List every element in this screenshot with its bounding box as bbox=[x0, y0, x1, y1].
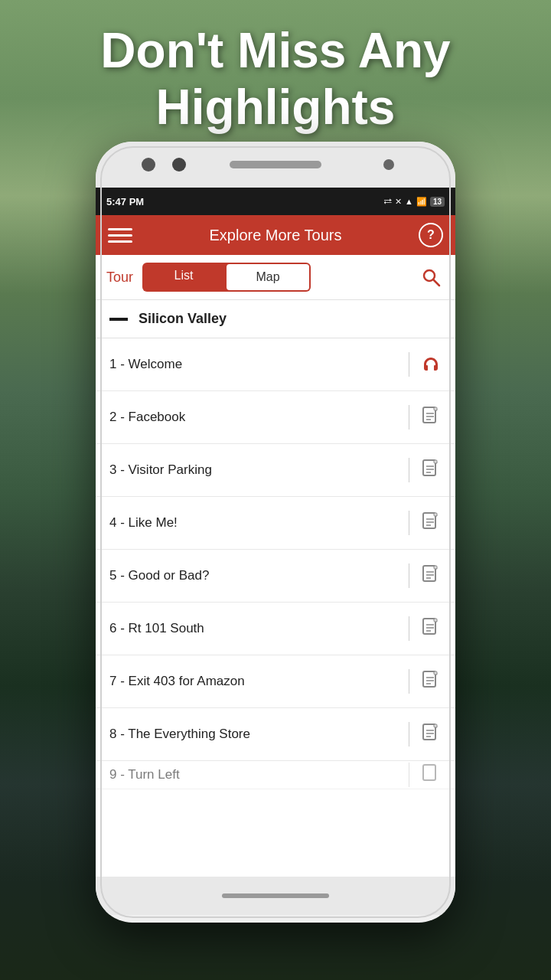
item-divider bbox=[409, 564, 409, 588]
list-item[interactable]: 5 - Good or Bad? bbox=[96, 550, 455, 603]
phone-speaker bbox=[230, 161, 321, 168]
battery-x-icon: ✕ bbox=[395, 197, 402, 207]
svg-rect-33 bbox=[434, 724, 437, 727]
svg-rect-13 bbox=[434, 513, 437, 516]
list-item[interactable]: 3 - Visitor Parking bbox=[96, 444, 455, 497]
front-camera-right bbox=[172, 158, 186, 172]
document-icon bbox=[420, 618, 442, 639]
tour-stop-label: 3 - Visitor Parking bbox=[109, 462, 398, 478]
section-title: Silicon Valley bbox=[139, 311, 227, 327]
document-icon bbox=[420, 671, 442, 692]
item-divider bbox=[409, 511, 409, 535]
list-item[interactable]: 6 - Rt 101 South bbox=[96, 603, 455, 655]
home-bar[interactable] bbox=[222, 893, 329, 898]
list-item[interactable]: 4 - Like Me! bbox=[96, 497, 455, 550]
menu-button[interactable] bbox=[108, 223, 132, 247]
map-tab[interactable]: Map bbox=[227, 264, 309, 290]
item-divider bbox=[409, 405, 409, 430]
phone-top-hardware bbox=[96, 142, 455, 188]
app-header: Explore More Tours ? bbox=[96, 215, 455, 255]
status-icons: ⮂ ✕ ▲ 📶 13 bbox=[383, 197, 445, 207]
tour-list: Silicon Valley 1 - Welcome 2 - Facebook bbox=[96, 300, 455, 877]
item-divider bbox=[409, 616, 409, 641]
list-map-toggle: List Map bbox=[142, 263, 311, 292]
svg-rect-28 bbox=[434, 671, 437, 675]
battery-icon: 13 bbox=[430, 197, 445, 207]
phone-bottom-hardware bbox=[96, 877, 455, 915]
item-divider bbox=[409, 722, 409, 746]
search-button[interactable] bbox=[417, 263, 445, 291]
document-icon bbox=[420, 565, 442, 586]
tour-stop-label: 2 - Facebook bbox=[109, 410, 398, 425]
svg-rect-8 bbox=[434, 460, 437, 463]
header-title: Explore More Tours bbox=[209, 227, 341, 244]
document-icon bbox=[420, 724, 442, 745]
svg-rect-37 bbox=[423, 765, 435, 780]
item-divider bbox=[409, 763, 409, 787]
tour-stop-label: 8 - The Everything Store bbox=[109, 727, 398, 742]
list-item[interactable]: 9 - Turn Left bbox=[96, 761, 455, 789]
section-dash-icon bbox=[109, 318, 128, 321]
item-divider bbox=[409, 352, 409, 377]
wifi-icon: 📶 bbox=[416, 197, 427, 207]
help-button[interactable]: ? bbox=[419, 223, 443, 247]
list-item[interactable]: 8 - The Everything Store bbox=[96, 708, 455, 761]
tour-stop-label: 5 - Good or Bad? bbox=[109, 568, 398, 583]
tab-bar: Tour List Map bbox=[96, 255, 455, 300]
search-icon bbox=[421, 267, 441, 287]
headphone-icon bbox=[420, 354, 442, 375]
svg-rect-3 bbox=[434, 407, 437, 410]
front-camera-left bbox=[142, 158, 155, 172]
list-item[interactable]: 7 - Exit 403 for Amazon bbox=[96, 655, 455, 708]
section-header: Silicon Valley bbox=[96, 300, 455, 338]
list-item[interactable]: 2 - Facebook bbox=[96, 391, 455, 444]
list-tab[interactable]: List bbox=[142, 263, 225, 292]
status-bar: 5:47 PM ⮂ ✕ ▲ 📶 13 bbox=[96, 188, 455, 215]
document-icon bbox=[420, 512, 442, 534]
list-item[interactable]: 1 - Welcome bbox=[96, 338, 455, 391]
phone-screen: 5:47 PM ⮂ ✕ ▲ 📶 13 Explore More Tours ? bbox=[96, 188, 455, 877]
document-icon bbox=[420, 459, 442, 481]
hero-section: Don't Miss Any Highlights bbox=[0, 23, 551, 136]
bluetooth-icon: ⮂ bbox=[383, 197, 392, 206]
tour-stop-label: 6 - Rt 101 South bbox=[109, 621, 398, 636]
hero-title: Don't Miss Any Highlights bbox=[0, 23, 551, 136]
tour-stop-label: 9 - Turn Left bbox=[109, 767, 398, 782]
svg-line-1 bbox=[434, 280, 440, 286]
tour-label[interactable]: Tour bbox=[106, 270, 133, 286]
svg-rect-18 bbox=[434, 566, 437, 569]
document-icon bbox=[420, 764, 442, 786]
status-time: 5:47 PM bbox=[106, 196, 144, 207]
phone-sensor bbox=[383, 159, 394, 170]
signal-icon: ▲ bbox=[405, 197, 413, 206]
item-divider bbox=[409, 458, 409, 482]
phone-mockup: 5:47 PM ⮂ ✕ ▲ 📶 13 Explore More Tours ? bbox=[96, 142, 455, 923]
tour-stop-label: 4 - Like Me! bbox=[109, 515, 398, 531]
item-divider bbox=[409, 669, 409, 694]
svg-rect-23 bbox=[434, 619, 437, 622]
document-icon bbox=[420, 407, 442, 428]
tour-stop-label: 7 - Exit 403 for Amazon bbox=[109, 674, 398, 689]
tour-stop-label: 1 - Welcome bbox=[109, 357, 398, 372]
